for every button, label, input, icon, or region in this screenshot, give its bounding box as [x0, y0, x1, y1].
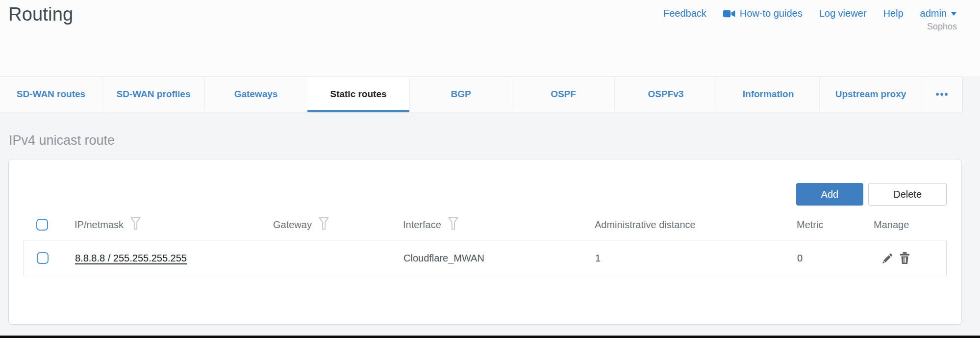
filter-icon[interactable]	[319, 217, 329, 233]
log-viewer-link-label: Log viewer	[819, 8, 867, 19]
column-manage: Manage	[874, 219, 947, 231]
add-button[interactable]: Add	[796, 183, 864, 206]
delete-button[interactable]: Delete	[868, 183, 947, 206]
tab-information[interactable]: Information	[717, 77, 820, 112]
row-admin-distance-cell: 1	[595, 253, 797, 264]
bottom-edge-strip	[0, 336, 980, 338]
section-title: IPv4 unicast route	[9, 133, 962, 148]
column-admin-distance: Administrative distance	[595, 219, 797, 231]
top-header: Routing Feedback How-to guides Log viewe…	[0, 0, 980, 76]
column-interface-label: Interface	[403, 219, 441, 231]
table-row: 8.8.8.8 / 255.255.255.255 Cloudflare_MWA…	[24, 240, 947, 276]
tabs-group: SD-WAN routes SD-WAN profiles Gateways S…	[0, 76, 963, 112]
feedback-link-label: Feedback	[663, 8, 706, 19]
routes-panel: Add Delete IP/netmask Gateway	[8, 159, 962, 325]
select-all-checkbox[interactable]	[36, 219, 48, 231]
help-link[interactable]: Help	[883, 8, 903, 19]
column-ip-netmask: IP/netmask	[75, 217, 273, 233]
column-gateway-label: Gateway	[273, 219, 312, 231]
column-admin-distance-label: Administrative distance	[595, 219, 696, 231]
column-ip-netmask-label: IP/netmask	[75, 219, 124, 231]
tab-static-routes[interactable]: Static routes	[307, 77, 410, 112]
how-to-guides-link-label: How-to guides	[740, 8, 803, 19]
header-links: Feedback How-to guides Log viewer Help a…	[663, 8, 957, 19]
row-metric-cell: 0	[797, 253, 874, 264]
feedback-link[interactable]: Feedback	[663, 8, 706, 19]
pencil-icon	[882, 253, 893, 264]
row-checkbox[interactable]	[37, 252, 49, 264]
tab-ospfv3[interactable]: OSPFv3	[615, 77, 717, 112]
row-manage-cell	[874, 252, 946, 264]
tab-overflow-button[interactable]: •••	[922, 77, 962, 112]
page-title: Routing	[8, 4, 73, 25]
how-to-guides-link[interactable]: How-to guides	[723, 8, 803, 19]
tab-sd-wan-routes[interactable]: SD-WAN routes	[0, 77, 102, 112]
row-ip-netmask-cell: 8.8.8.8 / 255.255.255.255	[75, 253, 274, 264]
toolbar: Add Delete	[24, 183, 947, 206]
column-interface: Interface	[403, 217, 595, 233]
column-manage-label: Manage	[874, 219, 909, 231]
tab-sd-wan-profiles[interactable]: SD-WAN profiles	[102, 77, 205, 112]
row-delete-button[interactable]	[899, 252, 910, 264]
column-metric: Metric	[797, 219, 874, 231]
trash-icon	[899, 252, 910, 264]
admin-menu[interactable]: admin	[920, 8, 957, 19]
filter-icon[interactable]	[448, 217, 458, 233]
log-viewer-link[interactable]: Log viewer	[819, 8, 867, 19]
tab-bgp[interactable]: BGP	[410, 77, 512, 112]
tab-strip: SD-WAN routes SD-WAN profiles Gateways S…	[0, 76, 980, 112]
column-gateway: Gateway	[273, 217, 403, 233]
route-link[interactable]: 8.8.8.8 / 255.255.255.255	[75, 253, 187, 263]
tab-upstream-proxy[interactable]: Upstream proxy	[820, 77, 922, 112]
row-select-cell	[24, 252, 75, 264]
column-metric-label: Metric	[797, 219, 823, 231]
row-interface-cell: Cloudflare_MWAN	[403, 253, 595, 264]
caret-down-icon	[951, 12, 957, 16]
tab-gateways[interactable]: Gateways	[205, 77, 307, 112]
content: IPv4 unicast route Add Delete IP/netmask…	[0, 133, 980, 325]
table-header: IP/netmask Gateway Interface	[24, 212, 947, 237]
help-link-label: Help	[883, 8, 903, 19]
edit-button[interactable]	[882, 253, 893, 264]
tab-ospf[interactable]: OSPF	[512, 77, 615, 112]
account-name: Sophos	[927, 22, 957, 32]
video-camera-icon	[723, 10, 735, 18]
admin-menu-label: admin	[920, 8, 947, 19]
filter-icon[interactable]	[130, 217, 141, 233]
select-all-cell	[24, 219, 75, 231]
header-right: Feedback How-to guides Log viewer Help a…	[663, 4, 957, 32]
